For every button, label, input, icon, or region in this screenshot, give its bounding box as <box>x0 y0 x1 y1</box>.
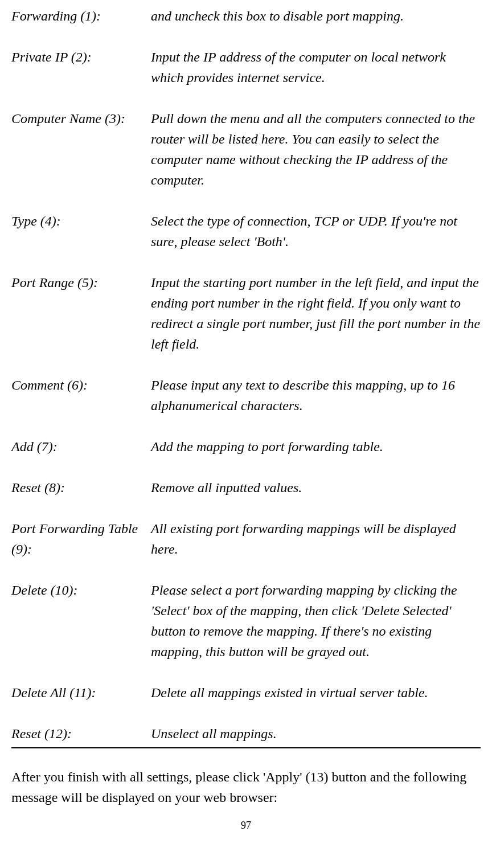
definition-label: Type (4): <box>11 211 151 252</box>
definition-description: Pull down the menu and all the computers… <box>151 108 481 190</box>
definition-label: Computer Name (3): <box>11 108 151 190</box>
definition-row: Port Forwarding Table (9):All existing p… <box>11 518 481 559</box>
definition-row: Reset (12):Unselect all mappings. <box>11 723 481 744</box>
definition-row: Reset (8):Remove all inputted values. <box>11 477 481 498</box>
definition-description: Delete all mappings existed in virtual s… <box>151 682 481 703</box>
definition-description: Input the IP address of the computer on … <box>151 47 481 88</box>
definition-label: Forwarding (1): <box>11 6 151 26</box>
definition-row: Delete (10):Please select a port forward… <box>11 580 481 662</box>
definition-row: Private IP (2):Input the IP address of t… <box>11 47 481 88</box>
definition-label: Delete (10): <box>11 580 151 662</box>
definition-row: Delete All (11):Delete all mappings exis… <box>11 682 481 703</box>
definition-label: Delete All (11): <box>11 682 151 703</box>
definition-label: Reset (8): <box>11 477 151 498</box>
definition-label: Add (7): <box>11 436 151 457</box>
definition-row: Port Range (5):Input the starting port n… <box>11 272 481 354</box>
definition-label: Private IP (2): <box>11 47 151 88</box>
definition-label: Port Range (5): <box>11 272 151 354</box>
definition-row: Comment (6):Please input any text to des… <box>11 375 481 416</box>
definition-label: Port Forwarding Table (9): <box>11 518 151 559</box>
definition-row: Add (7):Add the mapping to port forwardi… <box>11 436 481 457</box>
definition-description: Please select a port forwarding mapping … <box>151 580 481 662</box>
definition-description: Unselect all mappings. <box>151 723 481 744</box>
definitions-list: Forwarding (1):and uncheck this box to d… <box>11 6 481 744</box>
definition-label: Comment (6): <box>11 375 151 416</box>
definition-row: Forwarding (1):and uncheck this box to d… <box>11 6 481 26</box>
definition-description: All existing port forwarding mappings wi… <box>151 518 481 559</box>
definition-row: Computer Name (3):Pull down the menu and… <box>11 108 481 190</box>
horizontal-divider <box>11 747 481 748</box>
footer-paragraph: After you finish with all settings, plea… <box>11 767 481 808</box>
page-number: 97 <box>11 818 481 833</box>
definition-description: and uncheck this box to disable port map… <box>151 6 481 26</box>
definition-description: Input the starting port number in the le… <box>151 272 481 354</box>
definition-row: Type (4):Select the type of connection, … <box>11 211 481 252</box>
definition-description: Select the type of connection, TCP or UD… <box>151 211 481 252</box>
definition-label: Reset (12): <box>11 723 151 744</box>
definition-description: Please input any text to describe this m… <box>151 375 481 416</box>
definition-description: Add the mapping to port forwarding table… <box>151 436 481 457</box>
definition-description: Remove all inputted values. <box>151 477 481 498</box>
